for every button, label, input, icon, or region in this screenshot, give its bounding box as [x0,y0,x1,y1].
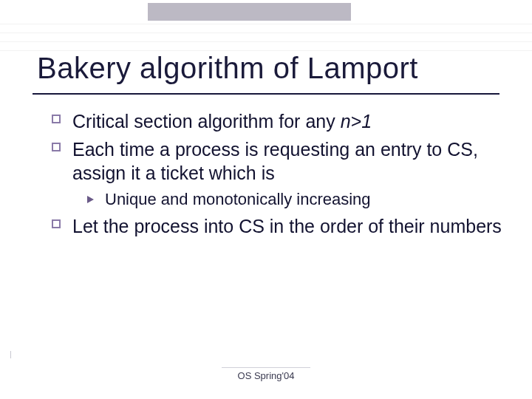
footer-divider [222,367,310,368]
slide-body: Critical section algorithm for any n>1 E… [52,109,502,242]
top-accent-bar [148,3,351,21]
bullet-1-em: n>1 [341,111,372,132]
square-bullet-icon [52,115,61,123]
bullet-1-text: Critical section algorithm for any [72,111,341,132]
square-bullet-icon [52,219,61,228]
triangle-bullet-icon [87,196,94,203]
bullet-2-text: Each time a process is requesting an ent… [72,139,478,183]
title-underline [33,93,499,95]
bullet-3: Let the process into CS in the order of … [52,214,502,238]
slide-title: Bakery algorithm of Lamport [37,52,418,85]
bullet-2: Each time a process is requesting an ent… [52,137,502,185]
bullet-1: Critical section algorithm for any n>1 [52,109,502,133]
bullet-2-sub: Unique and monotonically increasing [52,189,502,210]
square-bullet-icon [52,143,61,151]
decorative-tick [10,351,11,358]
bullet-3-text: Let the process into CS in the order of … [72,216,502,236]
slide-footer: OS Spring'04 [0,370,532,381]
bullet-2-sub-text: Unique and monotonically increasing [105,190,371,208]
slide: Bakery algorithm of Lamport Critical sec… [0,0,532,399]
